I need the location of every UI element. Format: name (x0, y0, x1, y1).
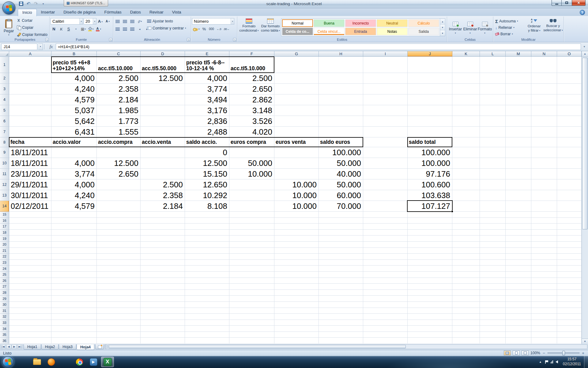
vertical-scrollbar[interactable]: ▲ ▼ (582, 51, 588, 344)
cell-E1[interactable]: precio tl5 -6-8-- 10-12-14 % (185, 57, 229, 73)
align-top-button[interactable] (114, 18, 121, 25)
cell-H11[interactable]: 40.000 (319, 169, 363, 179)
cell-F30[interactable] (229, 302, 274, 308)
copy-button[interactable]: Copiar (16, 24, 48, 31)
cell-N29[interactable] (531, 296, 557, 302)
cell-L33[interactable] (480, 320, 506, 326)
cell-A8[interactable]: fecha (9, 137, 51, 147)
cell-B2[interactable]: 4,000 (51, 73, 97, 84)
row-header-36[interactable]: 36 (0, 338, 9, 344)
cell-O30[interactable] (557, 302, 582, 308)
cell-E31[interactable] (185, 308, 229, 314)
cell-F3[interactable]: 2.650 (229, 84, 274, 94)
cell-D28[interactable] (141, 290, 185, 296)
cell-K28[interactable] (452, 290, 480, 296)
cell-B19[interactable] (51, 236, 97, 242)
align-left-button[interactable] (114, 26, 121, 32)
cell-K10[interactable] (452, 158, 480, 169)
row-header-14[interactable]: 14 (0, 201, 9, 212)
cell-N32[interactable] (531, 314, 557, 320)
cell-B32[interactable] (51, 314, 97, 320)
row-header-18[interactable]: 18 (0, 230, 9, 236)
next-sheet-button[interactable]: ▶ (12, 344, 17, 349)
find-select-button[interactable]: Buscar y seleccionar▾ (544, 17, 563, 37)
cell-G23[interactable] (274, 260, 319, 266)
cell-F7[interactable]: 4.020 (229, 127, 274, 137)
cell-C5[interactable]: 1.985 (97, 105, 141, 116)
cell-C17[interactable] (97, 224, 141, 230)
cell-L8[interactable] (480, 137, 506, 147)
cell-F4[interactable]: 2.862 (229, 94, 274, 105)
cell-C28[interactable] (97, 290, 141, 296)
cell-M21[interactable] (506, 248, 531, 254)
cell-O25[interactable] (557, 272, 582, 278)
column-header-E[interactable]: E (185, 51, 229, 57)
cell-A29[interactable] (9, 296, 51, 302)
cell-H3[interactable] (319, 84, 363, 94)
decrease-decimal-button[interactable]: .00→ (223, 26, 230, 32)
cell-E30[interactable] (185, 302, 229, 308)
cell-D17[interactable] (141, 224, 185, 230)
cell-N35[interactable] (531, 332, 557, 338)
cell-K4[interactable] (452, 94, 480, 105)
cell-G22[interactable] (274, 254, 319, 260)
cell-B23[interactable] (51, 260, 97, 266)
row-header-8[interactable]: 8 (0, 137, 9, 147)
cell-I23[interactable] (363, 260, 408, 266)
cell-H23[interactable] (319, 260, 363, 266)
ribbon-tab-insertar[interactable]: Insertar (37, 9, 59, 16)
cell-L18[interactable] (480, 230, 506, 236)
row-header-11[interactable]: 11 (0, 169, 9, 179)
cell-I25[interactable] (363, 272, 408, 278)
cell-I24[interactable] (363, 266, 408, 272)
help-button[interactable]: ? (580, 10, 585, 15)
cell-L24[interactable] (480, 266, 506, 272)
cell-K33[interactable] (452, 320, 480, 326)
cell-O32[interactable] (557, 314, 582, 320)
cell-C6[interactable]: 1.773 (97, 116, 141, 127)
cell-K2[interactable] (452, 73, 480, 84)
cell-L30[interactable] (480, 302, 506, 308)
cell-L25[interactable] (480, 272, 506, 278)
cell-I28[interactable] (363, 290, 408, 296)
cell-C24[interactable] (97, 266, 141, 272)
cell-H9[interactable]: 100.000 (319, 147, 363, 158)
align-middle-button[interactable] (122, 18, 128, 25)
cell-E17[interactable] (185, 224, 229, 230)
font-dialog-launcher-icon[interactable]: ↘ (109, 38, 112, 41)
taskbar-icon-media-player[interactable]: ▶ (87, 357, 100, 367)
cell-L27[interactable] (480, 284, 506, 290)
cell-B15[interactable] (51, 212, 97, 218)
cell-C27[interactable] (97, 284, 141, 290)
cell-L34[interactable] (480, 326, 506, 332)
cell-L20[interactable] (480, 242, 506, 248)
cell-B33[interactable] (51, 320, 97, 326)
cell-B3[interactable]: 4,240 (51, 84, 97, 94)
cell-B6[interactable]: 5,642 (51, 116, 97, 127)
cell-I5[interactable] (363, 105, 408, 116)
cell-H14[interactable]: 70.000 (319, 201, 363, 212)
cell-A33[interactable] (9, 320, 51, 326)
cell-E35[interactable] (185, 332, 229, 338)
cell-O12[interactable] (557, 179, 582, 190)
cell-D35[interactable] (141, 332, 185, 338)
minimize-button[interactable] (552, 0, 562, 6)
cell-L19[interactable] (480, 236, 506, 242)
cell-E32[interactable] (185, 314, 229, 320)
cell-A1[interactable] (9, 57, 51, 73)
cell-G20[interactable] (274, 242, 319, 248)
cell-O36[interactable] (557, 338, 582, 344)
cell-K5[interactable] (452, 105, 480, 116)
first-sheet-button[interactable]: ◀ (1, 344, 6, 349)
cell-M31[interactable] (506, 308, 531, 314)
cell-D6[interactable] (141, 116, 185, 127)
cell-E14[interactable]: 8.108 (185, 201, 229, 212)
redo-button[interactable]: ↷ (32, 1, 39, 7)
cell-M34[interactable] (506, 326, 531, 332)
row-header-1[interactable]: 1 (0, 57, 9, 73)
cell-G31[interactable] (274, 308, 319, 314)
sort-filter-button[interactable]: AZ Ordenar y filtrar▾ (525, 17, 544, 37)
cell-L5[interactable] (480, 105, 506, 116)
cell-A10[interactable]: 18/11/2011 (9, 158, 51, 169)
taskbar-icon-chrome[interactable] (73, 357, 86, 367)
